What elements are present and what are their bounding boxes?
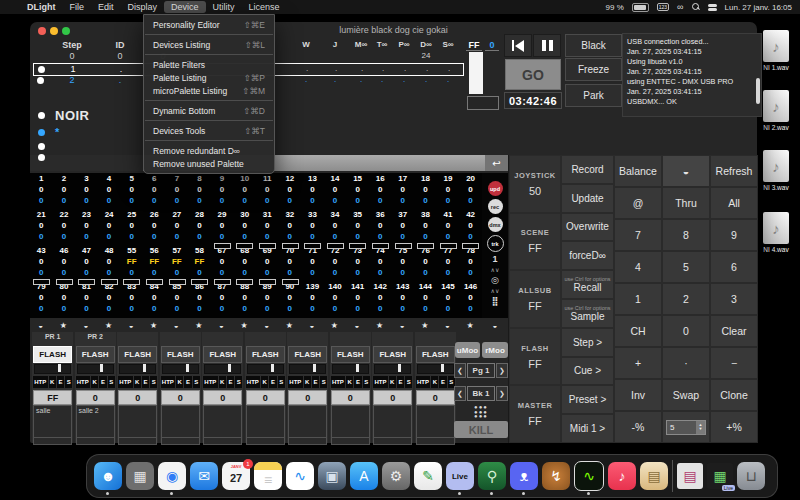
flag-k[interactable]: K	[134, 376, 141, 388]
flag-htp[interactable]: HTP	[33, 376, 48, 388]
strip-mini-box[interactable]	[331, 437, 370, 445]
menu-dlight[interactable]: DLight	[20, 1, 63, 13]
control-center-icon[interactable]	[708, 4, 717, 11]
key--[interactable]: ·	[662, 347, 710, 379]
strip-name-field[interactable]	[203, 405, 242, 438]
channel-cell[interactable]: 1800	[414, 173, 437, 209]
dock-ableton-live[interactable]: Live	[446, 462, 474, 490]
flag-e[interactable]: E	[354, 376, 361, 388]
dock-calendar[interactable]: JANV271	[222, 462, 250, 490]
dock-files-folder[interactable]: ▤	[640, 462, 668, 490]
skip-back-button[interactable]	[504, 34, 532, 57]
trk-icon[interactable]: trk	[487, 235, 504, 252]
channel-cell[interactable]: 400	[98, 173, 121, 209]
star-icon[interactable]: ★	[60, 321, 67, 330]
channel-cell[interactable]: 7800	[459, 245, 482, 281]
playback-row[interactable]: *	[38, 125, 59, 139]
menu-utility[interactable]: Utility	[206, 1, 242, 13]
star-icon[interactable]: ★	[240, 321, 247, 330]
channel-cell[interactable]: 2000	[459, 173, 482, 209]
flag-htp[interactable]: HTP	[203, 376, 218, 388]
page-prev-button[interactable]: ❮	[454, 363, 466, 378]
dock-finder[interactable]: ☻	[94, 462, 122, 490]
key-7[interactable]: 7	[614, 219, 662, 251]
dock-app-store[interactable]: A	[350, 462, 378, 490]
flag-k[interactable]: K	[176, 376, 183, 388]
bucket-icon[interactable]: ◒	[445, 321, 450, 330]
flash-button[interactable]: FLASH	[416, 346, 455, 363]
bank-next-button[interactable]: ❯	[496, 386, 508, 401]
channel-cell[interactable]: 8400	[143, 281, 166, 317]
flash-button[interactable]: FLASH	[118, 346, 157, 363]
channel-cell[interactable]: 8000	[53, 281, 76, 317]
key-refresh[interactable]: Refresh	[710, 155, 758, 187]
flash-button[interactable]: FLASH	[203, 346, 242, 363]
return-icon[interactable]: ↩	[485, 155, 508, 171]
action-recall[interactable]: use Ctrl for optionsRecall	[561, 270, 614, 299]
strip-slider[interactable]	[374, 364, 411, 374]
flag-k[interactable]: K	[49, 376, 56, 388]
slider-handle[interactable]	[100, 364, 103, 372]
rmoo-button[interactable]: rMoo	[482, 342, 508, 358]
dock-photos[interactable]: ▣	[318, 462, 346, 490]
star-icon[interactable]: ★	[195, 321, 202, 330]
key-3[interactable]: 3	[710, 283, 758, 315]
strip-slider[interactable]	[247, 364, 284, 374]
desktop-file[interactable]: ♪NI 4.wav	[758, 212, 794, 253]
dock-dlight-bulb[interactable]: ⚲	[478, 462, 506, 490]
channel-cell[interactable]: 8700	[211, 281, 234, 317]
star-icon[interactable]: ★	[376, 321, 383, 330]
strip-icon-∧∨[interactable]: ∧∨	[491, 267, 500, 273]
action-cue-[interactable]: Cue >	[561, 357, 614, 386]
channel-cell[interactable]: 3600	[369, 209, 392, 245]
channel-grid[interactable]: 1002003004005006007008009001000110012001…	[30, 173, 482, 318]
channel-cell[interactable]: 7500	[392, 245, 415, 281]
channel-cell[interactable]: 14600	[459, 281, 482, 317]
channel-cell[interactable]: 58FF0	[188, 245, 211, 281]
channel-cell[interactable]: 4100	[437, 209, 460, 245]
channel-cell[interactable]: 8900	[256, 281, 279, 317]
channel-cell[interactable]: 1700	[392, 173, 415, 209]
flag-e[interactable]: E	[142, 376, 149, 388]
channel-cell[interactable]: 2500	[120, 209, 143, 245]
flag-e[interactable]: E	[99, 376, 106, 388]
channel-cell[interactable]: 3200	[279, 209, 302, 245]
key-0[interactable]: 0	[662, 315, 710, 347]
channel-cell[interactable]: 6900	[256, 245, 279, 281]
flag-htp[interactable]: HTP	[118, 376, 133, 388]
flash-button[interactable]: FLASH	[161, 346, 200, 363]
menu-item-personality-editor[interactable]: Personality Editor⇧⌘E	[144, 18, 274, 31]
kill-button[interactable]: KILL	[454, 421, 508, 438]
strip-slider[interactable]	[34, 364, 71, 374]
strip-icon-⣿[interactable]: ⣿	[491, 297, 498, 306]
key--%[interactable]: -%	[614, 411, 662, 443]
flag-k[interactable]: K	[91, 376, 98, 388]
dock-editor-green[interactable]: ✎	[414, 462, 442, 490]
menu-item-remove-unused-palette[interactable]: Remove unused Palette	[144, 157, 274, 170]
channel-cell[interactable]: 56FF0	[143, 245, 166, 281]
strip-slider[interactable]	[204, 364, 241, 374]
menu-bar-clock[interactable]: Lun. 27 janv. 16:05	[725, 3, 792, 12]
flag-htp[interactable]: HTP	[416, 376, 431, 388]
slider-handle[interactable]	[271, 364, 274, 372]
dock-scope-app[interactable]: ∿	[574, 461, 604, 491]
strip-icon-∧∨[interactable]: ∧∨	[491, 288, 500, 294]
usb-log-panel[interactable]: USB connection closed...Jan. 27, 2025 03…	[622, 33, 762, 117]
channel-cell[interactable]: 7600	[414, 245, 437, 281]
channel-cell[interactable]: 3400	[324, 209, 347, 245]
bucket-icon[interactable]: ◒	[174, 321, 179, 330]
bucket-icon[interactable]: ◒	[400, 321, 405, 330]
battery-icon[interactable]	[632, 3, 649, 12]
strip-name-field[interactable]	[288, 405, 327, 438]
key--[interactable]: ◒	[662, 155, 710, 187]
menu-device[interactable]: Device	[164, 1, 206, 13]
flag-k[interactable]: K	[431, 376, 438, 388]
channel-cell[interactable]: 14200	[369, 281, 392, 317]
key-8[interactable]: 8	[662, 219, 710, 251]
strip-mini-box[interactable]	[118, 437, 157, 445]
channel-cell[interactable]: 1200	[279, 173, 302, 209]
dock-mail[interactable]: ✉	[190, 462, 218, 490]
dock-system-settings[interactable]: ⚙	[382, 462, 410, 490]
channel-cell[interactable]: 2100	[30, 209, 53, 245]
key-9[interactable]: 9	[710, 219, 758, 251]
